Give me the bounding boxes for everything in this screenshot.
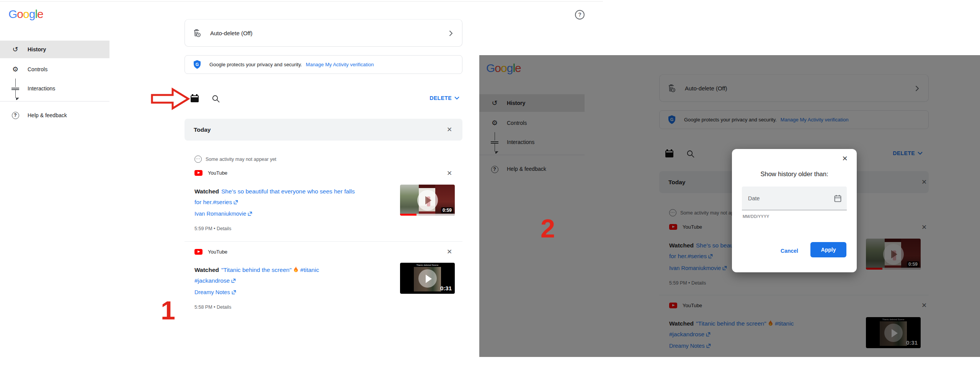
activity-meta: 5:59 PM • Details [194,226,231,231]
date-format-hint: MM/DD/YYYY [743,214,769,219]
activity-time: 5:59 PM [194,226,212,231]
sidebar-item-label: Help & feedback [28,112,67,118]
notice-text: Some activity may not appear yet [206,157,276,162]
sidebar-item-label: Interactions [28,85,55,92]
google-logo-letter: G [8,8,17,21]
sidebar-item-history[interactable]: ↺ History [0,41,109,58]
action-label: Watched [194,188,219,195]
search-icon[interactable] [211,94,220,103]
activity-title: WatchedShe’s so beautiful that everyone … [194,186,374,208]
speech-bubble-icon [11,79,20,98]
close-icon[interactable]: ✕ [446,170,453,177]
delete-label: DELETE [430,95,452,101]
channel-row: Ivan Romaniukmovie [194,211,252,217]
pending-activity-notice: ··· Some activity may not appear yet [194,155,276,163]
trash-clock-icon [192,28,202,38]
meta-separator: • [214,226,215,231]
thumbnail-caption: Titanic deleted Scene [400,264,455,266]
privacy-verification-link[interactable]: Manage My Activity verification [306,62,374,67]
video-thumbnail[interactable]: 0:59 [400,185,455,216]
my-activity-screenshot-2: Google ↺ History ⚙ Controls Interactions… [479,55,980,357]
close-icon[interactable]: ✕ [841,154,849,163]
video-title-link[interactable]: "Titanic behind the screen" [221,267,292,273]
action-label: Watched [194,267,219,273]
details-link[interactable]: Details [217,226,231,231]
watch-progress-bar [400,214,416,216]
sidebar-item-help-feedback[interactable]: ? Help & feedback [0,106,109,124]
video-thumbnail[interactable]: Titanic deleted Scene 0:31 [400,263,455,294]
external-link-icon [232,290,236,295]
source-label: YouTube [208,249,227,255]
play-icon [417,190,438,211]
google-logo-letter: o [17,8,23,21]
youtube-icon [194,249,203,255]
google-logo-letter: o [23,8,29,21]
sidebar-item-controls[interactable]: ⚙ Controls [0,61,109,78]
youtube-icon [194,170,203,176]
source-label: YouTube [208,170,227,176]
history-icon: ↺ [11,45,20,54]
privacy-banner: G Google protects your privacy and secur… [185,55,462,74]
activity-time: 5:58 PM [194,304,212,310]
video-duration-badge: 0:59 [441,207,453,213]
today-group-header: Today ✕ [185,119,462,141]
show-history-older-than-dialog: ✕ Show history older than: MM/DD/YYYY Ca… [732,149,857,272]
activity-meta: 5:58 PM • Details [194,304,231,310]
google-logo-letter: e [37,8,43,21]
gear-icon: ⚙ [11,65,20,74]
video-title-link[interactable]: #jackandrose [194,277,230,284]
svg-text:G: G [196,62,199,67]
google-logo: Google [8,8,43,21]
external-link-icon [231,278,236,283]
meta-separator: • [214,304,215,310]
question-mark-circle-icon: ? [11,111,20,119]
auto-delete-label: Auto-delete (Off) [210,30,253,36]
sidebar-item-interactions[interactable]: Interactions [0,80,109,97]
channel-link[interactable]: Ivan Romaniukmovie [194,211,246,217]
calendar-filter-icon[interactable] [191,94,199,102]
chevron-down-icon [454,97,459,100]
step-2-annotation: 2 [541,215,555,241]
close-icon[interactable]: ✕ [446,248,453,256]
details-link[interactable]: Details [217,304,231,310]
sidebar-item-label: History [28,46,46,52]
play-icon [418,269,437,288]
video-title-link[interactable]: for her.#series [194,199,232,205]
step-1-annotation: 1 [161,297,175,323]
modal-scrim [479,55,980,357]
sidebar-divider [0,101,109,101]
activity-title: Watched"Titanic behind the screen" #tita… [194,265,374,286]
date-input[interactable] [748,187,825,210]
privacy-text: Google protects your privacy and securit… [209,62,302,67]
activity-source-row: YouTube [194,249,227,255]
external-link-icon [248,211,252,216]
red-arrow-annotation [151,87,190,110]
video-title-link[interactable]: She’s so beautiful that everyone who see… [221,188,355,195]
close-icon[interactable]: ✕ [446,126,453,134]
auto-delete-row[interactable]: Auto-delete (Off) [185,19,462,47]
date-field[interactable] [742,187,847,210]
external-link-icon [234,200,238,205]
google-logo-letter: g [29,8,35,21]
help-icon[interactable]: ? [575,10,585,20]
video-title-link[interactable]: #titanic [300,267,319,273]
fire-emoji-icon [293,266,299,273]
video-duration-badge: 0:31 [440,285,452,291]
chevron-right-icon [449,30,453,36]
dialog-title: Show history older than: [732,170,857,178]
delete-button[interactable]: DELETE [430,95,459,101]
shield-icon: G [193,60,201,69]
activity-source-row: YouTube [194,170,227,176]
today-label: Today [194,119,211,141]
channel-link[interactable]: Dreamy Notes [194,289,230,295]
apply-button[interactable]: Apply [810,242,846,257]
item-divider [185,241,462,242]
cancel-button[interactable]: Cancel [775,245,804,257]
calendar-icon[interactable] [834,195,841,202]
sidebar-item-label: Controls [28,66,47,72]
ellipsis-circle-icon: ··· [194,155,202,163]
channel-row: Dreamy Notes [194,289,236,295]
